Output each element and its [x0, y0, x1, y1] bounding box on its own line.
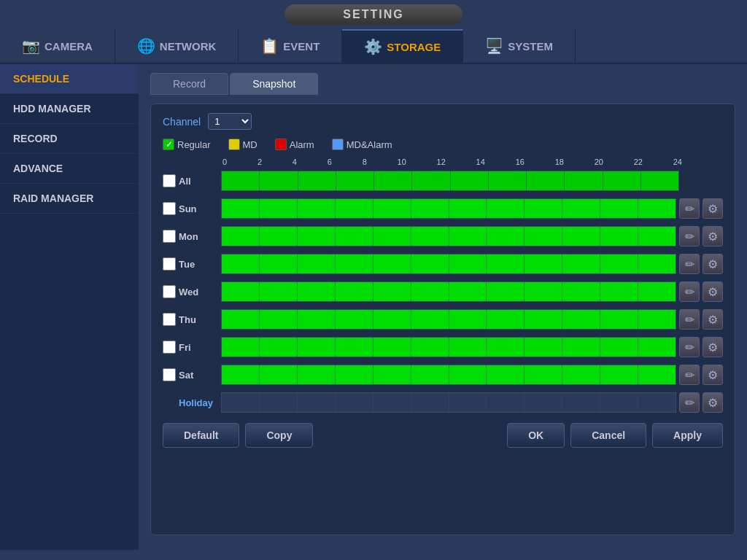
fri-pen-button[interactable]: ✏ — [679, 337, 700, 357]
sub-tab-record[interactable]: Record — [150, 73, 228, 95]
wed-actions: ✏ ⚙ — [679, 281, 723, 302]
default-button[interactable]: Default — [163, 423, 239, 448]
main-layout: SCHEDULE HDD MANAGER RECORD ADVANCE RAID… — [0, 64, 747, 550]
fri-bar[interactable] — [221, 337, 676, 357]
tab-network[interactable]: 🌐 NETWORK — [115, 29, 239, 63]
time-16: 16 — [516, 158, 525, 166]
thu-gear-button[interactable]: ⚙ — [703, 309, 723, 330]
wed-pen-button[interactable]: ✏ — [679, 281, 700, 302]
holiday-pen-button[interactable]: ✏ — [679, 392, 700, 413]
day-row-thu: Thu ✏ ⚙ — [163, 306, 723, 332]
thu-checkbox[interactable] — [163, 313, 176, 326]
storage-icon: ⚙️ — [364, 38, 382, 55]
apply-button[interactable]: Apply — [652, 423, 723, 448]
holiday-gear-button[interactable]: ⚙ — [703, 392, 723, 413]
mon-checkbox[interactable] — [163, 230, 176, 243]
tab-camera[interactable]: 📷 CAMERA — [0, 29, 115, 63]
sidebar-item-raid-manager[interactable]: RAID MANAGER — [0, 184, 139, 214]
cancel-button[interactable]: Cancel — [570, 423, 646, 448]
tue-pen-button[interactable]: ✏ — [679, 254, 700, 274]
gear-icon: ⚙ — [708, 313, 718, 327]
system-icon: 🖥️ — [485, 37, 503, 55]
legend-regular: ✓ Regular — [163, 139, 211, 150]
sun-bar[interactable] — [221, 198, 676, 219]
fri-gear-button[interactable]: ⚙ — [703, 337, 723, 357]
sidebar-item-hdd-manager[interactable]: HDD MANAGER — [0, 94, 139, 124]
time-4: 4 — [293, 158, 297, 166]
sidebar-item-record[interactable]: RECORD — [0, 124, 139, 154]
thu-pen-button[interactable]: ✏ — [679, 309, 700, 330]
time-8: 8 — [363, 158, 367, 166]
mon-gear-button[interactable]: ⚙ — [703, 226, 723, 246]
wed-bar[interactable] — [221, 281, 676, 302]
holiday-label: Holiday — [179, 397, 221, 408]
mon-pen-button[interactable]: ✏ — [679, 226, 700, 246]
thu-label: Thu — [179, 314, 221, 325]
tue-bar[interactable] — [221, 254, 676, 274]
tab-network-label: NETWORK — [160, 40, 217, 52]
pen-icon: ✏ — [685, 230, 694, 244]
mon-actions: ✏ ⚙ — [679, 226, 723, 246]
tab-storage-label: STORAGE — [387, 41, 441, 53]
time-12: 12 — [437, 158, 446, 166]
channel-select[interactable]: 1234 5678 — [208, 113, 252, 130]
tab-event-label: EVENT — [283, 40, 320, 52]
sat-pen-button[interactable]: ✏ — [679, 365, 700, 385]
mon-bar[interactable] — [221, 226, 676, 246]
fri-checkbox[interactable] — [163, 341, 176, 354]
sat-gear-button[interactable]: ⚙ — [703, 365, 723, 385]
btn-group-right: OK Cancel Apply — [507, 423, 723, 448]
gear-icon: ⚙ — [708, 257, 718, 271]
thu-actions: ✏ ⚙ — [679, 309, 723, 330]
tab-storage[interactable]: ⚙️ STORAGE — [342, 29, 463, 63]
sun-pen-button[interactable]: ✏ — [679, 198, 700, 219]
sat-actions: ✏ ⚙ — [679, 365, 723, 385]
day-row-sun: Sun ✏ ⚙ — [163, 195, 723, 222]
sun-actions: ✏ ⚙ — [679, 198, 723, 219]
tue-gear-button[interactable]: ⚙ — [703, 254, 723, 274]
pen-icon: ✏ — [685, 285, 694, 299]
time-10: 10 — [398, 158, 406, 166]
day-row-sat: Sat ✏ ⚙ — [163, 362, 723, 388]
sidebar-item-schedule[interactable]: SCHEDULE — [0, 64, 139, 94]
time-0: 0 — [222, 158, 227, 166]
holiday-bar[interactable] — [221, 392, 676, 413]
wed-gear-button[interactable]: ⚙ — [703, 281, 723, 302]
legend-md: MD — [228, 139, 258, 150]
tab-system[interactable]: 🖥️ SYSTEM — [463, 29, 576, 63]
all-checkbox[interactable] — [163, 174, 176, 187]
sat-label: Sat — [179, 370, 221, 381]
sub-tab-snapshot[interactable]: Snapshot — [230, 73, 318, 95]
sun-checkbox[interactable] — [163, 202, 176, 215]
sidebar-item-advance[interactable]: ADVANCE — [0, 154, 139, 184]
pen-icon: ✏ — [685, 257, 694, 271]
thu-bar[interactable] — [221, 309, 676, 330]
sat-checkbox[interactable] — [163, 368, 176, 381]
event-icon: 📋 — [260, 37, 279, 55]
time-24: 24 — [673, 158, 682, 166]
app-title: SETTING — [285, 4, 462, 25]
tue-checkbox[interactable] — [163, 257, 176, 271]
time-14: 14 — [476, 158, 485, 166]
copy-button[interactable]: Copy — [245, 423, 313, 448]
sun-gear-button[interactable]: ⚙ — [703, 198, 723, 219]
sub-tabs: Record Snapshot — [150, 73, 735, 95]
schedule-grid: 0 2 4 6 8 10 12 14 16 18 20 22 24 — [163, 158, 723, 416]
wed-checkbox[interactable] — [163, 285, 176, 298]
sat-bar[interactable] — [221, 365, 676, 385]
gear-icon: ⚙ — [708, 396, 718, 410]
tab-event[interactable]: 📋 EVENT — [239, 29, 342, 63]
tue-label: Tue — [179, 259, 221, 270]
fri-actions: ✏ ⚙ — [679, 337, 723, 357]
wed-label: Wed — [179, 287, 221, 298]
title-bar: SETTING — [0, 0, 747, 29]
btn-group-left: Default Copy — [163, 423, 313, 448]
time-6: 6 — [328, 158, 332, 166]
all-bar[interactable] — [221, 171, 679, 191]
tue-actions: ✏ ⚙ — [679, 254, 723, 274]
pen-icon: ✏ — [685, 341, 694, 354]
all-label: All — [179, 176, 221, 187]
tab-system-label: SYSTEM — [508, 40, 553, 52]
gear-icon: ⚙ — [708, 285, 718, 299]
ok-button[interactable]: OK — [507, 423, 565, 448]
